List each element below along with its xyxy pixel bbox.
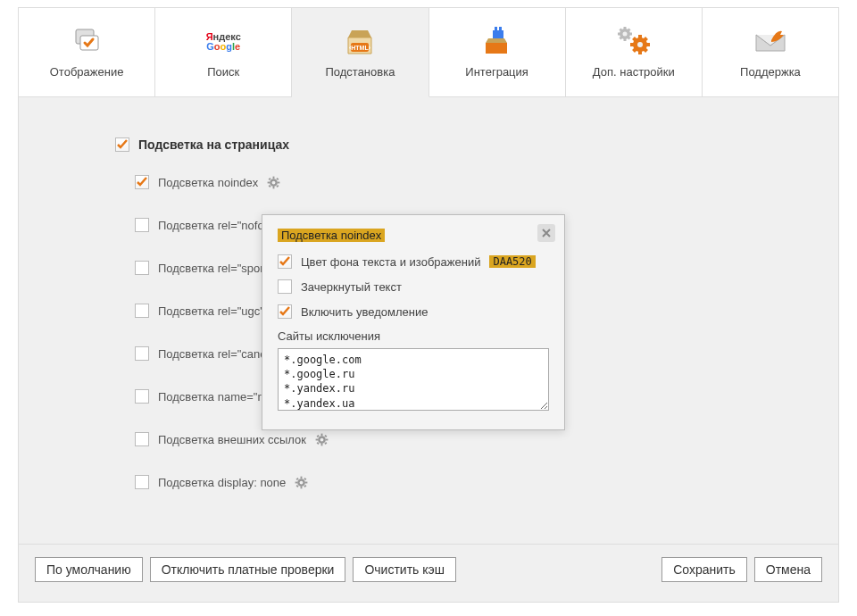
svg-rect-33	[277, 185, 279, 187]
option-label: Подсветка display: none	[158, 476, 286, 489]
svg-line-24	[645, 49, 647, 52]
tab-label: Отображение	[50, 65, 124, 79]
popup-close-button[interactable]	[537, 224, 555, 242]
svg-point-8	[622, 32, 627, 37]
settings-window: Отображение Яндекс Google Поиск ‹HTML› П…	[18, 7, 839, 603]
popup-notify-row: Включить уведомление	[278, 304, 549, 319]
option-checkbox[interactable]	[135, 475, 149, 489]
tabs-bar: Отображение Яндекс Google Поиск ‹HTML› П…	[19, 8, 838, 97]
svg-rect-38	[321, 433, 323, 436]
option-checkbox[interactable]	[135, 304, 149, 318]
section-title: Подсветка на страницах	[138, 137, 289, 152]
svg-line-23	[633, 38, 636, 41]
tab-label: Доп. настройки	[593, 65, 675, 79]
svg-line-14	[628, 37, 629, 39]
popup-bgcolor-label: Цвет фона текста и изображений	[301, 255, 480, 269]
integration-icon	[482, 26, 512, 58]
svg-rect-29	[273, 186, 275, 188]
option-row: Подсветка noindex	[135, 174, 838, 190]
option-row: Подсветка внешних ссылок	[135, 431, 838, 447]
svg-line-16	[628, 29, 629, 31]
save-button[interactable]: Сохранить	[661, 557, 747, 582]
svg-rect-34	[269, 185, 271, 187]
popup-bgcolor-row: Цвет фона текста и изображений DAA520	[278, 254, 549, 269]
tab-label: Подстановка	[325, 65, 395, 79]
clear-cache-button[interactable]: Очистить кэш	[353, 557, 456, 582]
svg-rect-50	[295, 481, 298, 483]
tab-search[interactable]: Яндекс Google Поиск	[155, 8, 292, 97]
svg-rect-35	[277, 177, 279, 179]
tab-substitution[interactable]: ‹HTML› Подстановка	[292, 8, 428, 97]
svg-rect-53	[304, 485, 307, 487]
gear-icon[interactable]	[315, 433, 329, 446]
tab-label: Поддержка	[740, 65, 801, 79]
footer-bar: По умолчанию Отключить платные проверки …	[19, 544, 838, 602]
gear-icon[interactable]	[295, 476, 308, 489]
svg-rect-51	[305, 481, 308, 483]
svg-text:‹HTML›: ‹HTML›	[349, 45, 371, 51]
svg-rect-41	[326, 438, 329, 440]
substitution-icon: ‹HTML›	[343, 26, 377, 58]
section-checkbox[interactable]	[115, 137, 129, 152]
svg-line-13	[620, 29, 621, 31]
svg-line-15	[620, 37, 621, 39]
tab-label: Интеграция	[465, 65, 528, 79]
popup-bgcolor-checkbox[interactable]	[278, 254, 292, 269]
svg-point-46	[320, 437, 324, 441]
exclusion-textarea[interactable]	[278, 348, 549, 411]
popup-title: Подсветка noindex	[278, 229, 385, 242]
svg-rect-43	[324, 442, 327, 445]
popup-notify-checkbox[interactable]	[278, 304, 292, 319]
option-label: Подсветка внешних ссылок	[158, 433, 306, 446]
popup-strike-label: Зачеркнутый текст	[301, 280, 402, 294]
option-checkbox[interactable]	[135, 218, 149, 232]
svg-rect-49	[301, 486, 303, 488]
option-checkbox[interactable]	[135, 389, 149, 404]
svg-line-25	[633, 49, 636, 52]
svg-rect-5	[495, 27, 497, 31]
svg-rect-28	[273, 176, 275, 179]
color-swatch[interactable]: DAA520	[489, 255, 535, 268]
option-label: Подсветка noindex	[158, 176, 258, 189]
tab-advanced[interactable]: Доп. настройки	[566, 8, 703, 97]
cancel-button[interactable]: Отмена	[754, 557, 822, 582]
svg-rect-30	[268, 181, 270, 183]
svg-line-26	[645, 38, 647, 41]
popup-exclusion-label: Сайты исключения	[278, 329, 549, 343]
tab-label: Поиск	[207, 65, 239, 79]
tab-display[interactable]: Отображение	[19, 8, 155, 97]
popup-notify-label: Включить уведомление	[301, 305, 428, 319]
option-checkbox[interactable]	[135, 261, 149, 275]
svg-point-18	[637, 42, 643, 47]
noindex-popup: Подсветка noindex Цвет фона текста и изо…	[262, 214, 565, 430]
tab-integration[interactable]: Интеграция	[429, 8, 566, 97]
svg-rect-44	[317, 442, 320, 445]
svg-rect-39	[321, 443, 323, 445]
svg-rect-52	[296, 477, 299, 479]
search-icon: Яндекс Google	[206, 26, 241, 58]
option-checkbox[interactable]	[135, 175, 149, 189]
svg-rect-6	[499, 27, 502, 31]
svg-rect-32	[269, 177, 271, 179]
option-row: Подсветка display: none	[135, 474, 838, 490]
popup-strike-row: Зачеркнутый текст	[278, 279, 549, 294]
tab-support[interactable]: Поддержка	[703, 8, 838, 97]
popup-strike-checkbox[interactable]	[278, 279, 292, 294]
gear-icon[interactable]	[267, 176, 280, 189]
svg-point-36	[272, 180, 276, 184]
option-checkbox[interactable]	[135, 432, 149, 446]
svg-rect-45	[324, 434, 327, 437]
svg-rect-54	[296, 485, 299, 487]
svg-rect-55	[304, 477, 307, 479]
section-header: Подсветка на страницах	[115, 137, 838, 152]
svg-rect-42	[317, 434, 320, 437]
disable-paid-button[interactable]: Отключить платные проверки	[150, 557, 346, 582]
svg-rect-31	[278, 181, 280, 183]
support-icon	[753, 26, 787, 58]
svg-point-56	[300, 480, 304, 484]
option-label: Подсветка rel="ugc"	[158, 304, 264, 318]
option-checkbox[interactable]	[135, 346, 149, 361]
advanced-icon	[616, 26, 652, 58]
defaults-button[interactable]: По умолчанию	[35, 557, 143, 582]
svg-rect-40	[316, 438, 319, 440]
